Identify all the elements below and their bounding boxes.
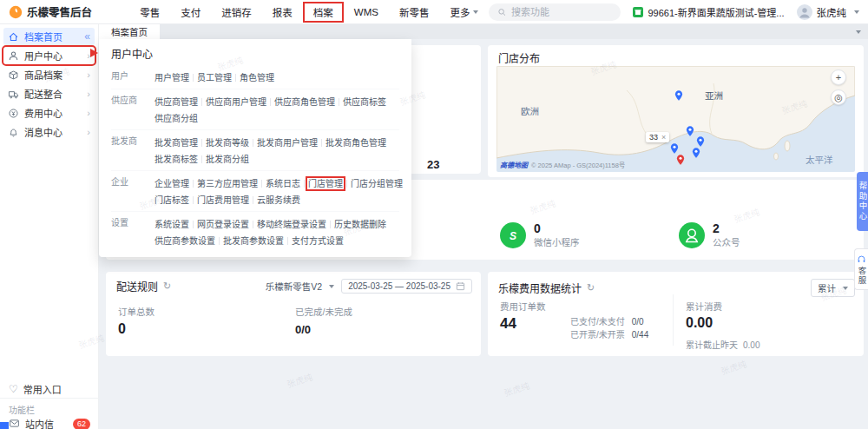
- bell-icon: [8, 127, 19, 138]
- menu-item[interactable]: 角色管理: [240, 73, 274, 82]
- common-entry-link[interactable]: ♡ 常用入口: [9, 382, 62, 396]
- menu-item[interactable]: 支付方式设置: [292, 236, 344, 246]
- fee-detail-pairs: 已支付/未支付0/0 已开票/未开票0/44: [570, 315, 648, 341]
- sidebar-item-user-center[interactable]: 用户中心 ›: [3, 47, 95, 64]
- divider: [235, 74, 236, 82]
- menu-item[interactable]: 企业管理: [155, 179, 189, 188]
- app-logo[interactable]: 乐檬零售后台: [9, 3, 95, 20]
- map-zoom-in-button[interactable]: +: [831, 69, 846, 85]
- channel-official-account[interactable]: 2 公众号: [679, 221, 740, 248]
- map-pin[interactable]: [694, 135, 707, 148]
- card-title: 门店分布: [498, 50, 540, 65]
- refresh-icon[interactable]: ↻: [587, 282, 595, 294]
- sidebar-item-goods-archive[interactable]: 商品档案 ›: [3, 66, 95, 83]
- sidebar-item-delivery[interactable]: 配送整合 ›: [3, 85, 95, 102]
- divider: [304, 180, 305, 188]
- divider: [193, 221, 194, 228]
- tab-archive-home[interactable]: 档案首页: [99, 24, 160, 39]
- menu-group-name: 用户: [111, 69, 155, 85]
- divider: [253, 196, 253, 204]
- nav-item-retail[interactable]: 零售: [129, 2, 170, 23]
- map-pin[interactable]: [690, 147, 702, 159]
- card-title: 乐檬费用数据统计: [498, 280, 582, 295]
- menu-item[interactable]: 批发商角色管理: [326, 138, 386, 148]
- menu-item[interactable]: 历史数据删除: [334, 220, 386, 229]
- stat-value: 0/44: [632, 330, 648, 340]
- nav-item-inventory[interactable]: 进销存: [211, 2, 262, 23]
- tabbar-chevron-icon[interactable]: [856, 30, 861, 36]
- cut-off-panel: [0, 422, 9, 429]
- menu-item[interactable]: 网页登录设置: [197, 220, 249, 229]
- store-switcher[interactable]: 99661-新界面果蔬版测试-管理...: [633, 5, 784, 19]
- menu-item[interactable]: 供应商用户管理: [206, 97, 266, 107]
- menu-item[interactable]: 批发商用户管理: [257, 138, 318, 148]
- menu-item[interactable]: 供应商角色管理: [274, 97, 335, 107]
- collapse-sidebar-icon[interactable]: «: [84, 31, 90, 42]
- menu-item[interactable]: 系统设置: [155, 220, 189, 229]
- completed-stat: 已完成/未完成 0/0: [295, 305, 352, 336]
- map-pin[interactable]: [668, 142, 681, 155]
- app-title: 乐檬零售后台: [27, 3, 92, 20]
- divider: [193, 196, 194, 204]
- menu-item[interactable]: 用户管理: [155, 73, 189, 82]
- sidebar-item-fee-center[interactable]: 费用中心 ›: [3, 104, 95, 122]
- order-total-stat: 订单总数 0: [118, 305, 155, 337]
- divider: [201, 155, 202, 163]
- fees-period-select[interactable]: 累计: [811, 279, 855, 297]
- map-label-europe: 欧洲: [521, 104, 539, 117]
- menu-item[interactable]: 员工管理: [197, 73, 232, 82]
- map-cluster-badge[interactable]: 33 ×: [646, 132, 669, 142]
- close-icon[interactable]: ×: [661, 133, 666, 142]
- menu-item[interactable]: 系统日志: [266, 179, 300, 188]
- nav-item-more[interactable]: 更多: [439, 2, 489, 23]
- map-canvas[interactable]: 欧洲 亚洲 太平洋 33 × + ◎ 高德地图 © 2025 AMap - GS…: [496, 66, 855, 172]
- official-account-icon: [679, 222, 705, 248]
- date-range-picker[interactable]: 2025-03-25 — 2025-03-25: [341, 279, 472, 294]
- inbox-link[interactable]: 站内信 62: [9, 417, 90, 429]
- help-center-tab[interactable]: 帮助中心: [857, 172, 868, 231]
- menu-item[interactable]: 供应商分组: [155, 114, 198, 123]
- nav-item-new-retail[interactable]: 新零售: [389, 2, 440, 23]
- nav-item-pay[interactable]: 支付: [170, 2, 211, 23]
- delivery-rules-card: 配送规则 ↻ 乐檬新零售V2 2025-03-25 — 2025-03-25 订…: [106, 272, 481, 356]
- menu-item[interactable]: 移动终端登录设置: [257, 220, 326, 229]
- menu-item[interactable]: 供应商管理: [155, 97, 198, 107]
- sidebar-item-archive-home[interactable]: 档案首页 «: [3, 28, 95, 45]
- nav-item-reports[interactable]: 报表: [262, 2, 303, 23]
- menu-item[interactable]: 云服务续费: [257, 195, 300, 205]
- menu-item[interactable]: 批发商参数设置: [223, 236, 284, 246]
- yuan-coin-icon: [8, 108, 19, 119]
- user-menu[interactable]: 张虎纯: [797, 4, 860, 20]
- delivery-channel-select[interactable]: 乐檬新零售V2: [266, 280, 334, 293]
- fee-order-stat: 费用订单数 44: [500, 300, 546, 333]
- card-title: 配送规则: [116, 279, 158, 294]
- menu-item[interactable]: 第三方应用管理: [197, 179, 258, 188]
- menu-group-wholesaler: 批发商 批发商管理批发商等级批发商用户管理批发商角色管理 批发商标签批发商分组: [111, 130, 399, 171]
- menu-item[interactable]: 门店费用管理: [197, 195, 249, 205]
- search-input[interactable]: [511, 7, 612, 17]
- menu-item[interactable]: 批发商标签: [155, 155, 198, 164]
- map-locate-button[interactable]: ◎: [831, 89, 846, 105]
- cube-icon: [8, 69, 19, 81]
- refresh-icon[interactable]: ↻: [163, 280, 171, 292]
- sidebar-item-message-center[interactable]: 消息中心 ›: [3, 123, 95, 141]
- menu-item[interactable]: 门店标签: [155, 195, 189, 205]
- menu-item[interactable]: 门店分组管理: [351, 179, 403, 188]
- menu-item-store-management[interactable]: 门店管理: [308, 179, 343, 188]
- channel-label: 微信小程序: [534, 236, 580, 248]
- nav-item-wms[interactable]: WMS: [344, 3, 389, 21]
- menu-item[interactable]: 供应商标签: [343, 97, 386, 107]
- menu-item[interactable]: 批发商等级: [206, 138, 249, 148]
- nav-item-archive[interactable]: 档案: [303, 2, 344, 23]
- inbox-count-badge: 62: [73, 419, 90, 429]
- menu-item[interactable]: 批发商分组: [206, 155, 249, 164]
- map-label-pacific: 太平洋: [806, 153, 833, 166]
- menu-item[interactable]: 批发商管理: [155, 138, 198, 148]
- map-pin[interactable]: [673, 89, 685, 102]
- map-pin-red[interactable]: [674, 154, 687, 166]
- menu-item[interactable]: 供应商参数设置: [155, 236, 215, 246]
- sidebar: 档案首页 « 用户中心 › 商品档案 › 配送整合 › 费用中心 › 消息中心 …: [0, 24, 99, 429]
- channel-wechat-miniapp[interactable]: S 0 微信小程序: [500, 221, 580, 248]
- customer-service-tab[interactable]: 客服: [854, 248, 868, 290]
- menu-title: 用户中心: [111, 48, 399, 62]
